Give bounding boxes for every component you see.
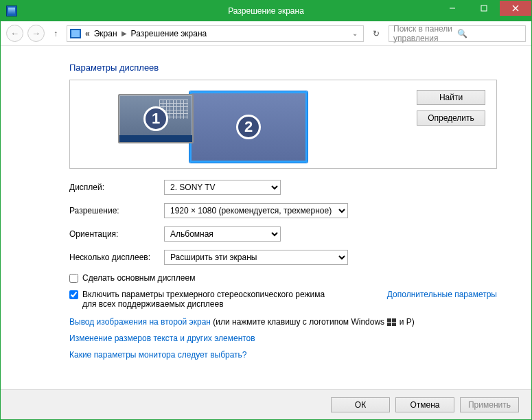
detect-button[interactable]: Определить <box>417 110 485 126</box>
chevron-down-icon[interactable]: ⌄ <box>349 30 360 37</box>
breadcrumb-resolution[interactable]: Разрешение экрана <box>131 29 207 38</box>
display-preview: 1 2 Найти Определить <box>69 80 497 169</box>
stereo-checkbox[interactable] <box>69 290 78 299</box>
resolution-label: Разрешение: <box>69 206 164 215</box>
address-bar[interactable]: « Экран ▶ Разрешение экрана ⌄ <box>67 25 364 42</box>
multiple-label: Несколько дисплеев: <box>69 253 164 262</box>
up-button[interactable]: ↑ <box>49 29 62 38</box>
forward-button[interactable]: → <box>27 25 45 42</box>
cancel-button[interactable]: Отмена <box>395 397 454 412</box>
search-placeholder: Поиск в панели управления <box>393 24 457 43</box>
breadcrumb-screen[interactable]: Экран <box>94 29 117 38</box>
search-input[interactable]: Поиск в панели управления 🔍 <box>389 25 526 42</box>
display-select[interactable]: 2. SONY TV <box>164 180 281 195</box>
breadcrumb-prefix: « <box>85 29 90 38</box>
content-area: Параметры дисплеев 1 2 Найти Определить … <box>1 46 531 389</box>
project-hint: (или нажмите клавишу с логотипом Windows <box>211 317 386 327</box>
monitor-1[interactable]: 1 <box>118 94 194 143</box>
which-settings-link[interactable]: Какие параметры монитора следует выбрать… <box>69 350 497 360</box>
monitor-2-selected[interactable]: 2 <box>189 91 308 163</box>
monitor-number-2: 2 <box>236 115 261 139</box>
chevron-right-icon: ▶ <box>122 30 127 37</box>
resolution-select[interactable]: 1920 × 1080 (рекомендуется, трехмерное) <box>164 203 348 218</box>
titlebar: Разрешение экрана <box>1 1 531 21</box>
orientation-select[interactable]: Альбомная <box>164 226 281 242</box>
monitor-number-1: 1 <box>143 106 168 131</box>
search-icon: 🔍 <box>457 29 521 38</box>
primary-checkbox-label: Сделать основным дисплеем <box>82 273 195 283</box>
navbar: ← → ↑ « Экран ▶ Разрешение экрана ⌄ ↻ По… <box>1 21 531 46</box>
apply-button[interactable]: Применить <box>460 397 519 412</box>
find-button[interactable]: Найти <box>417 90 485 105</box>
project-link[interactable]: Вывод изображения на второй экран <box>69 317 211 327</box>
primary-checkbox[interactable] <box>69 274 78 283</box>
text-size-link[interactable]: Изменение размеров текста и других элеме… <box>69 334 497 343</box>
orientation-label: Ориентация: <box>69 229 164 239</box>
back-button[interactable]: ← <box>6 25 23 42</box>
window-title: Разрешение экрана <box>1 6 531 16</box>
section-heading: Параметры дисплеев <box>69 62 511 73</box>
windows-key-icon <box>386 318 397 327</box>
stereo-checkbox-label: Включить параметры трехмерного стереоско… <box>82 290 329 309</box>
advanced-settings-link[interactable]: Дополнительные параметры <box>387 290 497 299</box>
dialog-footer: ОК Отмена Применить <box>1 389 531 419</box>
display-label: Дисплей: <box>69 183 164 192</box>
multiple-displays-select[interactable]: Расширить эти экраны <box>164 250 348 265</box>
project-hint-end: и P) <box>397 317 414 327</box>
refresh-button[interactable]: ↻ <box>368 29 384 38</box>
display-icon <box>70 29 81 38</box>
ok-button[interactable]: ОК <box>331 397 390 412</box>
